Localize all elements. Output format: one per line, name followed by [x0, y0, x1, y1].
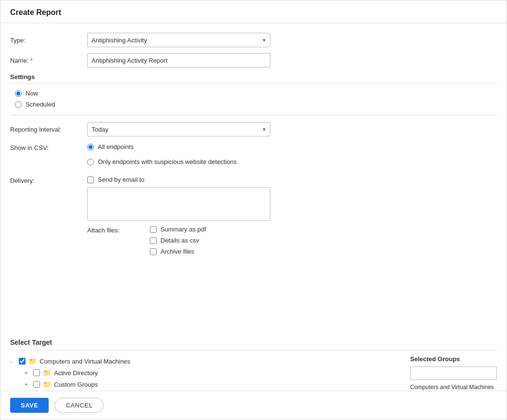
settings-title: Settings: [10, 73, 497, 84]
radio-now-label: Now: [26, 90, 38, 97]
email-check-row: Send by email to: [87, 176, 270, 183]
csv-all-label: All endpoints: [98, 143, 133, 150]
selected-group-item: Computers and Virtual Machines: [410, 384, 494, 391]
target-tree: - 📁 Computers and Virtual Machines + 📁 A…: [10, 355, 400, 391]
attach-archive-item[interactable]: Archive files: [150, 248, 206, 255]
type-label: Type:: [10, 37, 87, 44]
csv-all-endpoints-item[interactable]: All endpoints: [87, 143, 237, 150]
divider-1: [10, 115, 497, 115]
reporting-interval-label: Reporting Interval:: [10, 126, 87, 133]
delivery-row: Delivery: Send by email to Attach files:…: [10, 176, 497, 255]
tree-label-root: Computers and Virtual Machines: [40, 358, 130, 365]
folder-icon-ad: 📁: [43, 369, 51, 377]
selected-groups-search[interactable]: [410, 366, 497, 380]
tree-toggle-ad[interactable]: +: [25, 370, 31, 376]
csv-suspicious-radio[interactable]: [87, 159, 94, 165]
folder-icon-custom: 📁: [43, 380, 51, 388]
save-button[interactable]: SAVE: [10, 398, 49, 413]
tree-item-custom: + 📁 Custom Groups: [25, 379, 400, 390]
tree-item-ad: + 📁 Active Directory: [25, 367, 400, 379]
select-target-section: Select Target - 📁 Computers and Virtual …: [0, 339, 507, 391]
tree-toggle-root[interactable]: -: [10, 358, 17, 364]
tree-toggle-custom[interactable]: +: [25, 381, 31, 387]
show-csv-label: Show in CSV:: [10, 143, 87, 151]
tree-checkbox-ad[interactable]: [33, 369, 40, 376]
tree-checkbox-custom[interactable]: [33, 381, 40, 388]
send-email-checkbox[interactable]: [87, 176, 94, 183]
page-title: Create Report: [0, 0, 507, 23]
selected-groups-list: Computers and Virtual Machines: [410, 384, 497, 391]
selected-groups-panel: Selected Groups Computers and Virtual Ma…: [400, 355, 497, 391]
attach-details-item[interactable]: Details as csv: [150, 237, 206, 244]
create-report-dialog: Create Report Type: Antiphishing Activit…: [0, 0, 507, 420]
attach-summary-checkbox[interactable]: [150, 226, 157, 233]
target-content: - 📁 Computers and Virtual Machines + 📁 A…: [10, 355, 497, 391]
radio-scheduled-item[interactable]: Scheduled: [15, 101, 497, 108]
reporting-interval-row: Reporting Interval: Today Yesterday Last…: [10, 122, 497, 136]
attach-summary-label: Summary as pdf: [160, 226, 206, 233]
footer-bar: SAVE CANCEL: [0, 391, 507, 420]
settings-section: Settings Now Scheduled: [10, 73, 497, 108]
name-input[interactable]: [87, 53, 270, 68]
radio-scheduled-label: Scheduled: [26, 101, 55, 108]
attach-archive-checkbox[interactable]: [150, 248, 157, 255]
attach-details-checkbox[interactable]: [150, 237, 157, 244]
cancel-button[interactable]: CANCEL: [54, 398, 104, 413]
type-select[interactable]: Antiphishing Activity: [87, 33, 270, 47]
radio-now-item[interactable]: Now: [15, 90, 497, 97]
schedule-radio-group: Now Scheduled: [15, 90, 497, 108]
form-area: Type: Antiphishing Activity ▼ Name: Sett…: [0, 23, 507, 339]
attach-files-row: Attach files: Summary as pdf Details as …: [87, 226, 270, 255]
attach-files-label: Attach files:: [87, 226, 150, 234]
tree-children: + 📁 Active Directory + 📁 Custom Groups: [25, 367, 400, 390]
tree-item-root: - 📁 Computers and Virtual Machines: [10, 355, 400, 367]
reporting-interval-select[interactable]: Today Yesterday Last 7 Days Last 30 Days: [87, 122, 270, 136]
csv-options: All endpoints Only endpoints with suspic…: [87, 143, 237, 169]
tree-label-custom: Custom Groups: [54, 381, 98, 388]
delivery-content: Send by email to Attach files: Summary a…: [87, 176, 270, 255]
attach-options: Summary as pdf Details as csv Archive fi…: [150, 226, 206, 255]
attach-details-label: Details as csv: [160, 237, 199, 244]
radio-scheduled[interactable]: [15, 101, 22, 108]
folder-icon-root: 📁: [28, 357, 37, 365]
radio-now[interactable]: [15, 90, 22, 97]
name-row: Name:: [10, 53, 497, 68]
tree-label-ad: Active Directory: [54, 369, 98, 377]
name-label: Name:: [10, 57, 87, 64]
tree-checkbox-root[interactable]: [19, 358, 26, 365]
email-textarea[interactable]: [87, 187, 270, 221]
type-select-wrapper: Antiphishing Activity ▼: [87, 33, 270, 47]
attach-archive-label: Archive files: [160, 248, 194, 255]
attach-summary-item[interactable]: Summary as pdf: [150, 226, 206, 233]
selected-groups-title: Selected Groups: [410, 355, 497, 363]
csv-suspicious-label: Only endpoints with suspicious website d…: [98, 158, 237, 165]
type-row: Type: Antiphishing Activity ▼: [10, 33, 497, 47]
csv-suspicious-item[interactable]: Only endpoints with suspicious website d…: [87, 158, 237, 165]
delivery-label: Delivery:: [10, 176, 87, 184]
send-email-label: Send by email to: [98, 176, 145, 183]
select-target-title: Select Target: [10, 339, 497, 351]
csv-all-radio[interactable]: [87, 144, 94, 150]
show-csv-row: Show in CSV: All endpoints Only endpoint…: [10, 143, 497, 169]
reporting-interval-select-wrapper: Today Yesterday Last 7 Days Last 30 Days…: [87, 122, 270, 136]
